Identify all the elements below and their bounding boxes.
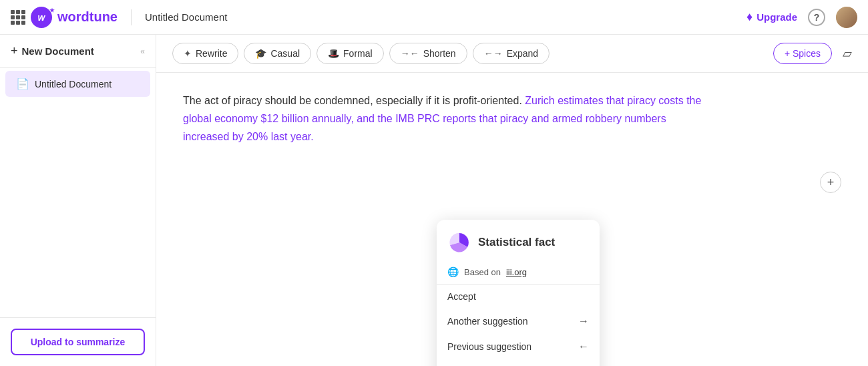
sidebar-header: + New Document « [0,35,156,68]
statistical-fact-icon [447,230,471,254]
panel-toggle-icon[interactable]: ▱ [843,46,852,61]
diamond-icon: ♦ [746,10,752,24]
expand-label: Expand [507,48,538,59]
popup-title: Statistical fact [478,236,555,249]
logo[interactable]: w wordtune [31,7,118,28]
casual-button[interactable]: 🎓 Casual [244,43,311,64]
formal-icon: 🎩 [328,48,339,59]
grid-menu-icon[interactable] [11,10,25,25]
formal-button[interactable]: 🎩 Formal [316,43,384,64]
document-icon: 📄 [16,77,29,90]
top-navigation: w wordtune Untitled Document ♦ Upgrade ? [0,0,868,35]
text-normal-part: The act of piracy should be condemned, e… [183,95,525,106]
toolbar: ✦ Rewrite 🎓 Casual 🎩 Formal →← Shorten ←… [156,35,868,73]
add-content-button[interactable]: + [820,172,841,193]
document-item-name: Untitled Document [35,79,112,89]
globe-icon: 🌐 [447,266,459,277]
expand-icon: ←→ [484,48,503,59]
casual-icon: 🎓 [255,48,266,59]
wordtune-brand: wordtune [57,9,118,25]
shorten-button[interactable]: →← Shorten [389,43,467,64]
sidebar: + New Document « 📄 Untitled Document Upl… [0,35,156,366]
another-suggestion-label: Another suggestion [447,316,528,327]
editor-area: The act of piracy should be condemned, e… [156,73,868,366]
avatar-image [836,7,857,28]
content-area: ✦ Rewrite 🎓 Casual 🎩 Formal →← Shorten ←… [156,35,868,366]
rewrite-icon: ✦ [184,48,192,59]
help-button[interactable]: ? [808,9,825,26]
nav-divider [131,9,132,25]
nav-right: ♦ Upgrade ? [746,7,857,28]
suggestion-popup: Statistical fact 🌐 Based on iii.org Acce… [437,220,600,366]
source-link[interactable]: iii.org [506,267,527,277]
main-layout: + New Document « 📄 Untitled Document Upl… [0,35,868,366]
spices-label: + Spices [785,48,821,59]
arrow-left-icon: ← [578,341,589,353]
another-suggestion-item[interactable]: Another suggestion → [437,309,600,334]
logo-circle: w [31,7,52,28]
source-label: Based on [464,267,501,277]
previous-suggestion-label: Previous suggestion [447,341,531,352]
back-to-list-item[interactable]: Back to list [437,359,600,366]
rewrite-label: Rewrite [196,48,227,59]
formal-label: Formal [343,48,373,59]
plus-icon: + [11,44,18,58]
expand-button[interactable]: ←→ Expand [473,43,550,64]
upload-to-summarize-button[interactable]: Upload to summarize [11,329,145,355]
new-document-button[interactable]: + New Document [11,44,94,58]
spices-button[interactable]: + Spices [773,43,832,64]
shorten-icon: →← [401,48,419,59]
document-item-untitled[interactable]: 📄 Untitled Document [5,71,150,97]
editor-content[interactable]: The act of piracy should be condemned, e… [183,92,704,146]
chevron-left-icon: « [140,47,145,56]
rewrite-button[interactable]: ✦ Rewrite [172,43,238,64]
previous-suggestion-item[interactable]: Previous suggestion ← [437,334,600,359]
new-document-label: New Document [22,45,94,57]
nav-left: w wordtune Untitled Document [11,7,227,28]
shorten-label: Shorten [423,48,456,59]
casual-label: Casual [270,48,300,59]
accept-label: Accept [447,291,476,302]
upgrade-label: Upgrade [756,11,797,23]
sidebar-footer: Upload to summarize [0,317,156,366]
nav-doc-title: Untitled Document [145,11,227,23]
popup-source: 🌐 Based on iii.org [437,261,600,285]
help-icon-label: ? [814,12,820,23]
accept-item[interactable]: Accept [437,285,600,309]
arrow-right-icon: → [578,315,589,327]
add-icon: + [827,176,835,190]
upgrade-button[interactable]: ♦ Upgrade [746,10,797,24]
popup-header: Statistical fact [437,220,600,261]
user-avatar[interactable] [836,7,857,28]
sidebar-collapse-button[interactable]: « [140,47,145,56]
